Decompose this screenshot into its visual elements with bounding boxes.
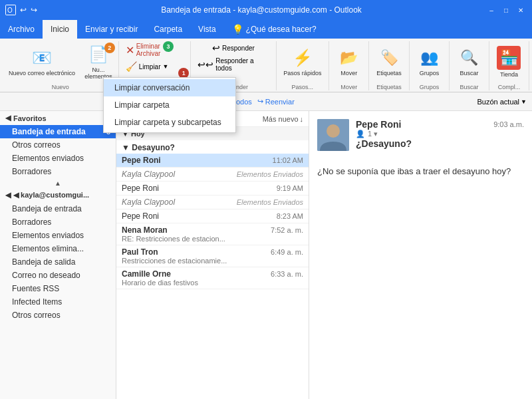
sidebar-account-salida[interactable]: Bandeja de salida [0, 255, 116, 269]
redo-button[interactable]: ↪ [31, 5, 37, 15]
limpiar-button[interactable]: 🧹 Limpiar ▼ [123, 60, 172, 73]
sidebar-item-borradores[interactable]: Borradores [0, 165, 116, 178]
tab-inicio[interactable]: Inicio [43, 20, 77, 39]
reading-subject: ¿Desayuno? [356, 138, 524, 149]
forward-icon: ↪ [257, 97, 263, 106]
dropdown-menu: Limpiar conversación Limpiar carpeta Lim… [103, 77, 236, 133]
etiquetas-button[interactable]: 🏷️ Etiquetas [372, 45, 406, 79]
sidebar-account-bandeja[interactable]: Bandeja de entrada [0, 202, 116, 215]
new-mail-icon: 📧 [31, 47, 53, 68]
tienda-button[interactable]: 🏪 Tienda [493, 43, 525, 80]
limpiar-carpeta-subcarpetas-item[interactable]: Limpiar carpeta y subcarpetas [104, 114, 235, 131]
ribbon-eliminar-buttons: ✕ Eliminar Archivar 🧹 Limpiar ▼ [123, 41, 187, 82]
msg-pepe-823[interactable]: Pepe Roni 8:23 AM [116, 209, 309, 223]
badge-2: 2 [104, 43, 115, 53]
clean-icon: 🧹 [126, 61, 137, 72]
buscar-button[interactable]: 🔍 Buscar [453, 45, 485, 79]
ribbon-etiquetas-buttons: 🏷️ Etiquetas [372, 41, 406, 82]
time-paul: 6:49 a. m. [271, 248, 303, 256]
nuevo-correo-button[interactable]: 📧 Nuevo correo electrónico [5, 45, 79, 79]
tab-ayuda[interactable]: 💡 ¿Qué desea hacer? [224, 20, 325, 39]
subject-enviados-2: Elementos Enviados [237, 198, 303, 206]
sidebar-item-bandeja[interactable]: Bandeja de entrada 8 [0, 125, 116, 138]
reading-pane: Pepe Roni 9:03 a.m. 👤 1 ▾ ¿Desayuno? ¿No… [309, 111, 532, 399]
favoritos-header[interactable]: ◀ Favoritos [0, 111, 116, 125]
ribbon-group-etiquetas: 🏷️ Etiquetas Etiquetas [369, 41, 410, 90]
close-button[interactable]: ✕ [515, 5, 527, 15]
groups-icon: 👥 [418, 47, 440, 68]
avatar [317, 119, 349, 151]
sender-pepe-1: Pepe Roni [122, 156, 161, 165]
undo-button[interactable]: ↩ [20, 5, 27, 15]
reading-sender: Pepe Roni [356, 119, 401, 130]
ribbon-group-tienda: 🏪 Tienda Compl... [489, 41, 529, 90]
sidebar-account-eliminados[interactable]: Elementos elimina... [0, 242, 116, 255]
main-area: ◀ Favoritos Bandeja de entrada 8 Otros c… [0, 111, 532, 399]
reading-header: Pepe Roni 9:03 a.m. 👤 1 ▾ ¿Desayuno? [317, 119, 524, 154]
sender-paul: Paul Tron [122, 247, 158, 257]
ribbon-group-mover: 📂 Mover Mover [329, 41, 369, 90]
ribbon-group-nuevo: 📧 Nuevo correo electrónico 📄 Nu...elemen… [3, 41, 119, 90]
subject-enviados-1: Elementos Enviados [237, 170, 303, 178]
time-823: 8:23 AM [277, 212, 303, 220]
message-list: Todo No leídos Más nuevo ↓ ▼ Hoy ▼ Desay… [116, 111, 309, 399]
eliminar-archivar-button[interactable]: ✕ Eliminar Archivar [123, 41, 187, 59]
ribbon: Archivo Inicio Enviar y recibir Carpeta … [0, 20, 532, 92]
sender-pepe-3: Pepe Roni [122, 211, 159, 221]
nuevo-correo-label: Nuevo correo electrónico [9, 70, 75, 76]
filter-more[interactable]: Más nuevo ↓ [263, 115, 303, 123]
tab-carpeta[interactable]: Carpeta [146, 20, 190, 39]
reading-bar: ↩ Responder ↩↩ Responder a todos ↪ Reenv… [0, 92, 532, 111]
account-triangle: ◀ [5, 191, 11, 200]
msg-kayla-sent-2[interactable]: Kayla Claypool Elementos Enviados [116, 196, 309, 209]
msg-nena[interactable]: Nena Moran 7:52 a. m. RE: Restricciones … [116, 223, 309, 245]
sender-camille: Camille Orne [122, 269, 171, 279]
scroll-up-button[interactable]: ▲ [0, 178, 116, 188]
tab-vista[interactable]: Vista [190, 20, 223, 39]
ribbon-group-buscar: 🔍 Buscar Buscar [450, 41, 489, 90]
sender-kayla-1: Kayla Claypool [122, 170, 175, 179]
ribbon-pasos-buttons: ⚡ Pasos rápidos [279, 41, 325, 82]
maximize-button[interactable]: □ [500, 5, 512, 15]
store-icon: 🏪 [497, 46, 521, 70]
filter-dropdown[interactable]: Buzón actual ▼ [477, 98, 527, 106]
tab-archivo[interactable]: Archivo [0, 20, 43, 39]
mover-button[interactable]: 📂 Mover [333, 45, 365, 79]
subject-paul: Restricciones de estacionamie... [122, 257, 303, 265]
pasos-rapidos-button[interactable]: ⚡ Pasos rápidos [279, 45, 325, 79]
sidebar-item-enviados[interactable]: Elementos enviados [0, 152, 116, 165]
msg-pepe-1102[interactable]: Pepe Roni 11:02 AM [116, 154, 309, 168]
limpiar-carpeta-item[interactable]: Limpiar carpeta [104, 96, 235, 114]
sidebar-account-rss[interactable]: Fuentes RSS [0, 282, 116, 295]
sidebar-account-noDeseado[interactable]: Correo no deseado [0, 269, 116, 282]
sender-nena: Nena Moran [122, 225, 168, 235]
title-bar-left: O ↩ ↪ [5, 5, 37, 15]
msg-camille[interactable]: Camille Orne 6:33 a. m. Horario de dias … [116, 267, 309, 289]
sidebar-account-enviados[interactable]: Elementos enviados [0, 229, 116, 242]
lightning-icon: ⚡ [292, 47, 313, 68]
responder-todos-button[interactable]: ↩↩ Responder a todos [195, 56, 271, 73]
ribbon-buscar-buttons: 🔍 Buscar [453, 41, 485, 82]
sidebar-account-otrosCorreos[interactable]: Otros correos [0, 309, 116, 322]
account-header[interactable]: ◀ ◀ kayla@customgui... [0, 188, 116, 202]
msg-pepe-919[interactable]: Pepe Roni 9:19 AM [116, 182, 309, 196]
ribbon-content: 📧 Nuevo correo electrónico 📄 Nu...elemen… [0, 39, 532, 92]
minimize-button[interactable]: – [485, 5, 497, 15]
window-controls: – □ ✕ [485, 5, 527, 15]
nuevo-elementos-button[interactable]: 📄 Nu...elementos 2 [80, 41, 116, 82]
tab-enviar[interactable]: Enviar y recibir [77, 20, 146, 39]
forward-action[interactable]: ↪ Reenviar [257, 97, 295, 106]
reply-all-icon: ↩↩ [198, 59, 213, 70]
reading-body: ¿No se suponía que ibas a traer el desay… [317, 165, 524, 178]
sidebar-account-infected[interactable]: Infected Items [0, 295, 116, 309]
msg-kayla-sent-1[interactable]: Kayla Claypool Elementos Enviados [116, 168, 309, 182]
sidebar-account-borradores[interactable]: Borradores [0, 215, 116, 229]
msg-paul[interactable]: Paul Tron 6:49 a. m. Restricciones de es… [116, 245, 309, 267]
person-icon: 👤 [356, 130, 365, 138]
ribbon-tabs: Archivo Inicio Enviar y recibir Carpeta … [0, 20, 532, 39]
grupos-button[interactable]: 👥 Grupos [413, 45, 445, 79]
limpiar-conversacion-item[interactable]: Limpiar conversación [104, 79, 235, 96]
sidebar-item-otros[interactable]: Otros correos [0, 138, 116, 152]
sidebar: ◀ Favoritos Bandeja de entrada 8 Otros c… [0, 111, 116, 399]
responder-button[interactable]: ↩ Responder [209, 41, 257, 55]
